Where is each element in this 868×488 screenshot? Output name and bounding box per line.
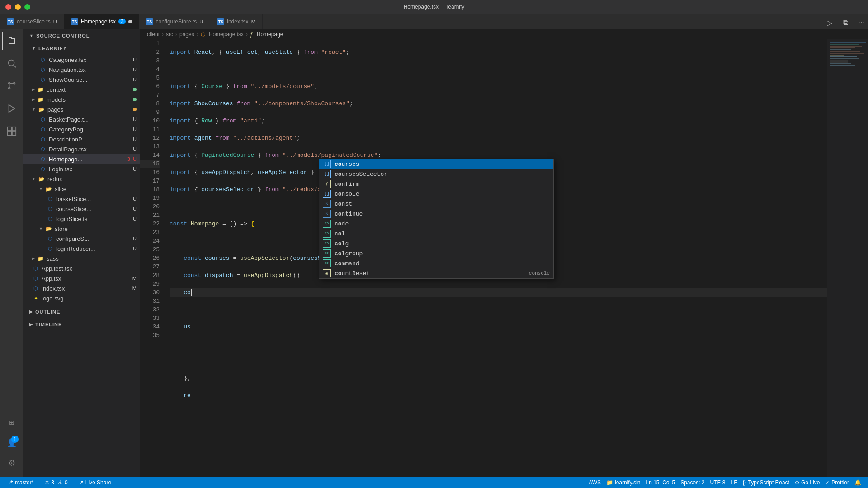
file-label: learnify.sln xyxy=(615,479,640,486)
git-icon[interactable] xyxy=(2,77,20,95)
tab-configureStore[interactable]: TS configureStore.ts U xyxy=(139,14,211,29)
folder-icon: 📁 xyxy=(37,95,45,103)
file-Login[interactable]: ⬡ Login.tsx U xyxy=(23,164,140,174)
ac-item-code[interactable]: <> code xyxy=(319,219,553,229)
errors-status[interactable]: ✕ 3 ⚠ 0 xyxy=(42,477,70,488)
breadcrumb-src[interactable]: src xyxy=(166,31,173,38)
remote-icon[interactable]: ⊞ xyxy=(2,413,20,432)
language-mode-status[interactable]: {} TypeScript React xyxy=(741,477,792,488)
tab-index[interactable]: TS index.tsx M xyxy=(210,14,263,29)
file-courseSlice[interactable]: ⬡ courseSlice... U xyxy=(23,204,140,214)
file-DescriptionP[interactable]: ⬡ DescriptionP... U xyxy=(23,134,140,144)
ac-item-coursesSelector[interactable]: [] coursesSelector xyxy=(319,169,553,179)
ac-item-command[interactable]: <> command xyxy=(319,258,553,268)
minimap xyxy=(827,39,868,477)
search-icon[interactable] xyxy=(2,54,20,72)
settings-icon[interactable]: ⚙ xyxy=(2,454,20,472)
prettier-status[interactable]: ✓ Prettier xyxy=(823,477,851,488)
file-basketSlice[interactable]: ⬡ basketSlice... U xyxy=(23,194,140,204)
file-loginReducer[interactable]: ⬡ loginReducer... U xyxy=(23,244,140,253)
ac-item-colgroup[interactable]: <> colgroup xyxy=(319,249,553,258)
explorer-header[interactable]: ▼ SOURCE CONTROL xyxy=(23,29,140,42)
file-index[interactable]: ⬡ index.tsx M xyxy=(23,283,140,293)
status-dot xyxy=(133,88,137,91)
git-branch-status[interactable]: ⎇ master* xyxy=(5,477,36,488)
minimize-button[interactable] xyxy=(15,4,21,10)
folder-store[interactable]: ▼ 📂 store xyxy=(23,224,140,234)
chevron-down-icon: ▼ xyxy=(32,107,36,112)
code-container[interactable]: 12345 678910 11121314 15 1617181920 2122… xyxy=(140,39,868,477)
tab-courseSlice[interactable]: TS courseSlice.ts U xyxy=(0,14,64,29)
ac-item-courses[interactable]: [] courses xyxy=(319,159,553,169)
liveshare-status[interactable]: ↗ Live Share xyxy=(77,477,113,488)
file-loginSlice[interactable]: ⬡ loginSlice.ts U xyxy=(23,214,140,224)
ac-item-col[interactable]: <> col xyxy=(319,229,553,239)
method-type-icon: ◉ xyxy=(323,269,331,277)
var-type-icon: [] xyxy=(323,160,331,168)
breadcrumb-client[interactable]: client xyxy=(147,31,160,38)
file-DetailPage[interactable]: ⬡ DetailPage.tsx U xyxy=(23,144,140,154)
file-ShowCourse[interactable]: ⬡ ShowCourse... U xyxy=(23,75,140,84)
file-name: App.tsx xyxy=(42,275,132,282)
folder-slice[interactable]: ▼ 📂 slice xyxy=(23,184,140,194)
window-controls[interactable] xyxy=(5,4,30,10)
explorer-icon[interactable] xyxy=(2,32,20,50)
svg-rect-2 xyxy=(9,43,15,44)
ac-item-colg[interactable]: <> colg xyxy=(319,239,553,249)
aws-status[interactable]: AWS xyxy=(586,477,603,488)
maximize-button[interactable] xyxy=(24,4,30,10)
split-editor-button[interactable]: ⧉ xyxy=(839,16,852,29)
ac-item-const[interactable]: K const xyxy=(319,199,553,209)
file-App[interactable]: ⬡ App.tsx M xyxy=(23,273,140,283)
file-Navigation[interactable]: ⬡ Navigation.tsx U xyxy=(23,65,140,75)
file-logo[interactable]: ✦ logo.svg xyxy=(23,293,140,303)
folder-pages[interactable]: ▼ 📂 pages xyxy=(23,104,140,114)
folder-context[interactable]: ▶ 📁 context xyxy=(23,84,140,94)
extensions-icon[interactable] xyxy=(2,122,20,140)
folder-icon: 📁 xyxy=(37,254,45,263)
file-badge: U xyxy=(133,136,140,142)
file-AppTest[interactable]: ⬡ App.test.tsx xyxy=(23,263,140,273)
notification-bell[interactable]: 🔔 xyxy=(852,477,863,488)
file-status[interactable]: 📁 learnify.sln xyxy=(604,477,642,488)
warning-icon: ⚠ xyxy=(58,479,63,486)
ac-item-console[interactable]: [] console xyxy=(319,189,553,199)
indentation-status[interactable]: Spaces: 2 xyxy=(678,477,707,488)
folder-redux[interactable]: ▼ 📂 redux xyxy=(23,174,140,184)
window-title: Homepage.tsx — learnify xyxy=(404,4,465,10)
ac-item-confirm[interactable]: ƒ confirm xyxy=(319,179,553,189)
timeline-header[interactable]: ▶ TIMELINE xyxy=(23,318,140,331)
file-name: basketSlice... xyxy=(56,196,133,202)
run-button[interactable]: ▷ xyxy=(823,16,836,29)
tab-badge: M xyxy=(251,19,255,24)
outline-header[interactable]: ▶ OUTLINE xyxy=(23,305,140,318)
breadcrumb-symbol[interactable]: Homepage xyxy=(257,31,283,38)
account-icon[interactable]: 👤 xyxy=(2,434,20,452)
file-name: Categories.tsx xyxy=(49,56,133,63)
folder-sass[interactable]: ▶ 📁 sass xyxy=(23,253,140,263)
file-configureSt[interactable]: ⬡ configureSt... U xyxy=(23,234,140,244)
close-button[interactable] xyxy=(5,4,11,10)
more-actions-button[interactable]: ··· xyxy=(854,16,868,29)
breadcrumb-pages[interactable]: pages xyxy=(179,31,194,38)
folder-models[interactable]: ▶ 📁 models xyxy=(23,94,140,104)
file-BasketPage[interactable]: ⬡ BasketPage.t... U xyxy=(23,114,140,124)
debug-icon[interactable] xyxy=(2,99,20,117)
ts-file-icon: ⬡ xyxy=(46,235,54,243)
ac-item-countReset[interactable]: ◉ countReset console xyxy=(319,268,553,278)
file-Homepage[interactable]: ⬡ Homepage... 3, U xyxy=(23,154,140,164)
ac-item-continue[interactable]: K continue xyxy=(319,209,553,219)
tab-homepage[interactable]: TS Homepage.tsx 3 xyxy=(64,14,139,29)
chevron-right-icon: ▶ xyxy=(29,322,33,327)
lineending-status[interactable]: LF xyxy=(729,477,740,488)
encoding-status[interactable]: UTF-8 xyxy=(708,477,728,488)
folder-icon: 📁 xyxy=(606,479,613,486)
file-Categories[interactable]: ⬡ Categories.tsx U xyxy=(23,55,140,65)
project-header[interactable]: ▼ LEARNIFY xyxy=(23,42,140,55)
breadcrumb: client › src › pages › ⬡ Homepage.tsx › … xyxy=(140,29,868,39)
kw-type-icon: K xyxy=(323,200,331,208)
file-CategoryPag[interactable]: ⬡ CategoryPag... U xyxy=(23,124,140,134)
cursor-position[interactable]: Ln 15, Col 5 xyxy=(643,477,677,488)
breadcrumb-file[interactable]: Homepage.tsx xyxy=(209,31,244,38)
go-live-status[interactable]: ⊙ Go Live xyxy=(793,477,822,488)
